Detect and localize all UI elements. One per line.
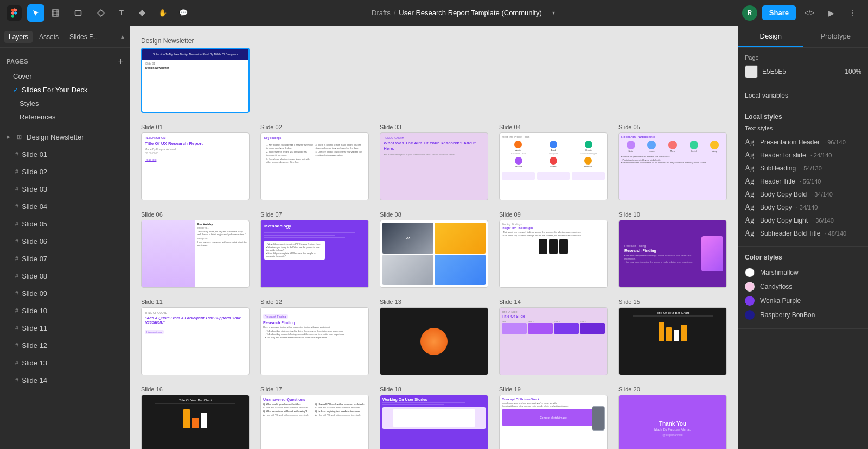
share-button[interactable]: Share xyxy=(762,5,796,20)
slide-03-thumb[interactable]: RESEARCH AIM What Was The Aim Of Your Re… xyxy=(380,132,488,200)
slides-tab[interactable]: Slides F... xyxy=(65,31,102,43)
slide-16-thumb[interactable]: Title Of Your Bar Chart xyxy=(141,395,250,449)
slide-15-thumb[interactable]: Title Of Your Bar Chart xyxy=(618,307,727,375)
slide-07-thumb[interactable]: Methodology • Why did you use this metho… xyxy=(260,220,369,288)
breadcrumb: Drafts / User Research Report Template (… xyxy=(372,4,563,22)
slide-13-layer[interactable]: # Slide 13 xyxy=(0,354,130,371)
overflow-btn[interactable]: ⋮ xyxy=(844,4,861,22)
slide-05-layer[interactable]: # Slide 05 xyxy=(0,215,130,232)
raspberry-bonbon-color-item[interactable]: Raspberry BonBon xyxy=(745,308,861,322)
page-color-swatch[interactable] xyxy=(745,65,758,78)
body-copy-bold-style[interactable]: Ag Body Copy Bold · 34/140 xyxy=(745,188,861,201)
slide-01-layer[interactable]: # Slide 01 xyxy=(0,146,130,163)
figma-logo[interactable] xyxy=(7,5,22,21)
play-btn[interactable]: ▶ xyxy=(822,4,840,22)
layers-tab[interactable]: Layers xyxy=(4,31,33,43)
assets-tab[interactable]: Assets xyxy=(35,31,63,43)
breadcrumb-dropdown-btn[interactable]: ▾ xyxy=(545,4,563,22)
slide-10-thumb[interactable]: Research Finding Research Finding • Talk… xyxy=(618,220,727,288)
slide-12-layer[interactable]: # Slide 12 xyxy=(0,337,130,354)
slide-03-layer[interactable]: # Slide 03 xyxy=(0,180,130,198)
svg-rect-5 xyxy=(75,10,81,15)
slide-02-thumb[interactable]: Key Findings 1. Key findings should make… xyxy=(260,132,369,200)
design-newsletter-thumb[interactable]: Subscribe To My Free Design Newsletter R… xyxy=(141,48,250,113)
pen-tool-btn[interactable] xyxy=(92,4,110,22)
slide-08-thumb[interactable]: UX xyxy=(380,220,488,288)
text-tool-btn[interactable]: T xyxy=(113,4,130,22)
slide-11-label: Slide 11 xyxy=(141,299,250,305)
add-page-button[interactable]: + xyxy=(118,56,123,66)
slide-11-wrapper: Slide 11 TITLE OF QUOTE "Add A Quote Fro… xyxy=(141,299,250,375)
cover-page-item[interactable]: Cover xyxy=(7,69,123,83)
header-title-style[interactable]: Ag Header Title · 56/140 xyxy=(745,175,861,188)
slide-06-layer[interactable]: # Slide 06 xyxy=(0,232,130,250)
hash-icon: # xyxy=(15,151,18,157)
slide-11-thumb[interactable]: TITLE OF QUOTE "Add A Quote From A Parti… xyxy=(141,307,250,375)
tool-group-pen xyxy=(92,4,110,22)
page-opacity[interactable]: 100% xyxy=(845,68,861,75)
slide-01-thumb[interactable]: RESEARCH AIM Title Of UX Research Report… xyxy=(141,132,250,200)
slide-08-label: Slide 08 xyxy=(22,272,47,280)
slide-14-layer[interactable]: # Slide 14 xyxy=(0,371,130,389)
slide-14-thumb[interactable]: Title Of Slide Title Of Slide Part 1 Par… xyxy=(499,307,608,375)
slide-20-thumb[interactable]: Thank You Made By Furquan Ahmad @furquan… xyxy=(618,395,727,449)
prototype-tab[interactable]: Prototype xyxy=(803,26,869,47)
slide-20-wrapper: Slide 20 Thank You Made By Furquan Ahmad… xyxy=(618,386,727,449)
slide-17-thumb[interactable]: Unanswered Questions Q. What would you c… xyxy=(260,395,369,449)
slide-07-label: Slide 07 xyxy=(22,255,47,263)
presentation-header-style[interactable]: Ag Presentation Header · 96/140 xyxy=(745,136,861,149)
local-styles-section: Local styles Text styles Ag Presentation… xyxy=(738,106,868,247)
slide-09-layer[interactable]: # Slide 09 xyxy=(0,284,130,302)
slide-08-layer[interactable]: # Slide 08 xyxy=(0,267,130,284)
slide-09-thumb[interactable]: Finding Findings Insight Into The Design… xyxy=(499,220,608,288)
candyfloss-dot xyxy=(745,282,755,292)
presentation-header-count: · 96/140 xyxy=(824,139,846,146)
slide-05-thumb[interactable]: Research Participants Nate Laura xyxy=(618,132,727,200)
panel-collapse-icon[interactable]: ▲ xyxy=(120,34,125,40)
body-copy-light-style[interactable]: Ag Body Copy Light · 36/140 xyxy=(745,214,861,227)
component-tool-btn[interactable] xyxy=(133,4,151,22)
design-tab[interactable]: Design xyxy=(738,26,803,47)
candyfloss-color-item[interactable]: Candyfloss xyxy=(745,280,861,294)
ag-subheading-icon: Ag xyxy=(745,164,756,173)
marshmallow-color-item[interactable]: Marshmallow xyxy=(745,265,861,280)
slide-06-thumb[interactable]: Eva Holiday Being real... "How is my nic… xyxy=(141,220,250,288)
design-newsletter-layer[interactable]: ▶ ⊞ Design Newsletter xyxy=(0,128,130,146)
user-avatar-btn[interactable]: R xyxy=(742,5,757,21)
slide-04-layer[interactable]: # Slide 04 xyxy=(0,198,130,215)
pages-section: Pages + Cover ✓ Slides For Your Deck Sty… xyxy=(0,52,130,126)
slide-04-thumb[interactable]: Meet The Project Team Annie Research Lea… xyxy=(499,132,608,200)
breadcrumb-drafts[interactable]: Drafts xyxy=(372,9,391,17)
slides-for-your-deck-page-item[interactable]: ✓ Slides For Your Deck xyxy=(7,83,123,97)
rect-tool-btn[interactable] xyxy=(69,4,87,22)
slide-13-thumb[interactable] xyxy=(380,307,488,375)
styles-page-item[interactable]: Styles xyxy=(7,97,123,110)
ag-body-bold-icon: Ag xyxy=(745,190,756,199)
breadcrumb-title[interactable]: User Research Report Template (Community… xyxy=(399,9,541,17)
slide-05-label: Slide 05 xyxy=(618,124,727,130)
slide-02-label: Slide 02 xyxy=(260,124,369,130)
text-styles-title: Text styles xyxy=(745,125,861,131)
expand-icon: ▶ xyxy=(7,134,10,140)
slide-19-thumb[interactable]: Concept Of Future Work Include you want … xyxy=(499,395,608,449)
slide-11-layer[interactable]: # Slide 11 xyxy=(0,319,130,337)
code-view-btn[interactable]: </> xyxy=(801,4,818,22)
slide-07-label: Slide 07 xyxy=(260,211,369,218)
hand-tool-btn[interactable]: ✋ xyxy=(154,4,171,22)
slide-10-layer[interactable]: # Slide 10 xyxy=(0,302,130,319)
body-copy-style[interactable]: Ag Body Copy · 34/140 xyxy=(745,201,861,214)
references-page-item[interactable]: References xyxy=(7,110,123,124)
move-tool-btn[interactable] xyxy=(27,4,44,22)
header-for-slide-style[interactable]: Ag Header for slide · 24/140 xyxy=(745,149,861,162)
slide-07-layer[interactable]: # Slide 07 xyxy=(0,250,130,267)
comment-tool-btn[interactable]: 💬 xyxy=(175,4,192,22)
page-color-hex[interactable]: E5E5E5 xyxy=(762,68,786,75)
subheader-bold-title-style[interactable]: Ag Subheader Bold Title · 48/140 xyxy=(745,227,861,240)
slide-02-layer[interactable]: # Slide 02 xyxy=(0,163,130,180)
wonka-purple-color-item[interactable]: Wonka Purple xyxy=(745,294,861,308)
slide-18-thumb[interactable]: Working On User Stories xyxy=(380,395,488,449)
slide-09-wrapper: Slide 09 Finding Findings Insight Into T… xyxy=(499,211,608,288)
frame-tool-btn[interactable] xyxy=(47,4,64,22)
slide-12-thumb[interactable]: Research Finding Research Finding Here i… xyxy=(260,307,369,375)
subheading-style[interactable]: Ag SubHeading · 54/130 xyxy=(745,162,861,175)
